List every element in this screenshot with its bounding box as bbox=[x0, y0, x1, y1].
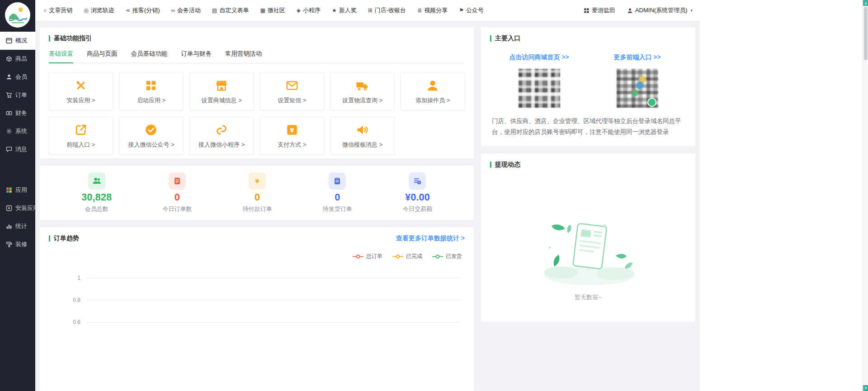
topnav-item-distribution[interactable]: ⋖推客(分销) bbox=[126, 6, 160, 14]
sidebar-item-install-apps[interactable]: 安装应用 bbox=[0, 199, 35, 217]
legend-marker-icon bbox=[353, 254, 363, 259]
stat-label: 今日订单数 bbox=[162, 205, 192, 213]
sidebar-item-apps[interactable]: 应用 bbox=[0, 181, 35, 199]
guide-card-template-message[interactable]: 微信模板消息 > bbox=[330, 117, 395, 155]
legend-completed[interactable]: 已完成 bbox=[392, 253, 422, 260]
guide-card-wechat-mini[interactable]: 接入微信小程序 > bbox=[189, 117, 254, 155]
chart-gridline-row: 1 bbox=[49, 275, 461, 281]
sidebar-item-finance[interactable]: 财务 bbox=[0, 104, 35, 122]
y-tick-label: 1 bbox=[49, 275, 87, 281]
topnav-item-micro-community[interactable]: ▦微社区 bbox=[260, 6, 285, 14]
sidebar-item-members[interactable]: 会员 bbox=[0, 68, 35, 86]
sidebar-item-decorate[interactable]: 装修 bbox=[0, 235, 35, 253]
page-scrollbar[interactable]: ▲ ▼ bbox=[863, 0, 868, 391]
install-download-icon bbox=[6, 205, 12, 211]
topnav-item-mini-program[interactable]: ◈小程序 bbox=[297, 6, 321, 14]
more-entry-link[interactable]: 更多前端入口 >> bbox=[613, 53, 660, 62]
merchant-switcher[interactable]: 爱游盐田 bbox=[584, 6, 615, 14]
today-transaction-icon: ¥ bbox=[409, 172, 426, 190]
withdraw-head: 提现动态 bbox=[490, 161, 686, 169]
legend-label: 已完成 bbox=[406, 253, 422, 260]
apps-grid-icon bbox=[144, 79, 158, 92]
guide-card-logistics[interactable]: 设置物流查询 > bbox=[330, 72, 395, 110]
admin-account-menu[interactable]: ADMIN(系统管理员) ▾ bbox=[627, 6, 693, 14]
topnav-label: 会务活动 bbox=[177, 6, 201, 14]
finance-icon bbox=[6, 110, 12, 116]
stats-card: 30,828 会员总数 0 今日订单数 ¥ 0 待付款订单 bbox=[40, 166, 474, 220]
scroll-down-arrow[interactable]: ▼ bbox=[863, 385, 868, 391]
guide-card-label: 接入微信公众号 > bbox=[128, 141, 174, 149]
guide-card-sms[interactable]: 设置短信 > bbox=[260, 72, 324, 110]
brand-logo[interactable] bbox=[5, 2, 30, 28]
official-account-icon: ⚑ bbox=[459, 8, 464, 13]
legend-shipped[interactable]: 已发货 bbox=[432, 253, 462, 260]
guide-card-label: 设置物流查询 > bbox=[342, 96, 382, 105]
sidebar-item-statistics[interactable]: 统计 bbox=[0, 217, 35, 235]
sidebar-item-orders[interactable]: 订单 bbox=[0, 86, 35, 104]
guide-card-launch-app[interactable]: 启动应用 > bbox=[119, 72, 184, 110]
topnav-item-official-account[interactable]: ⚑公众号 bbox=[459, 6, 484, 14]
tab-member-basics[interactable]: 会员基础功能 bbox=[131, 50, 168, 63]
guide-card-label: 支付方式 > bbox=[278, 141, 306, 149]
miniprogram-icon: ◈ bbox=[297, 8, 301, 13]
guide-card-frontend-entry[interactable]: 前端入口 > bbox=[49, 117, 113, 155]
guide-card-label: 启动应用 > bbox=[137, 96, 165, 105]
qr-logo-badge bbox=[647, 98, 656, 107]
guide-card-mall-info[interactable]: 设置商城信息 > bbox=[189, 72, 254, 110]
sidebar-item-overview[interactable]: 概况 bbox=[0, 32, 35, 50]
mall-home-link[interactable]: 点击访问商城首页 >> bbox=[509, 53, 569, 62]
sms-icon bbox=[285, 79, 299, 92]
tab-basic-settings[interactable]: 基础设置 bbox=[49, 50, 73, 63]
guide-card-label: 安装应用 > bbox=[66, 96, 95, 105]
topnav-item-conference-activity[interactable]: ∞会务活动 bbox=[171, 6, 201, 14]
title-accent-bar bbox=[49, 35, 50, 42]
sidebar-item-messages[interactable]: 消息 bbox=[0, 140, 35, 158]
right-column: 主要入口 点击访问商城首页 >> 更多前端入口 >> bbox=[481, 27, 695, 391]
topnav-item-video-share[interactable]: ≣视频分享 bbox=[417, 6, 448, 14]
title-accent-bar bbox=[49, 235, 50, 242]
legend-total-orders[interactable]: 总订单 bbox=[353, 253, 382, 260]
tab-orders-finance[interactable]: 订单与财务 bbox=[181, 50, 212, 63]
topnav-item-store-cashier[interactable]: ⊞门店-收银台 bbox=[368, 6, 406, 14]
goods-icon bbox=[6, 56, 12, 62]
topbar-right: 爱游盐田 ADMIN(系统管理员) ▾ bbox=[584, 6, 693, 14]
guide-card-label: 添加操作员 > bbox=[415, 96, 450, 105]
mall-home-entry: 点击访问商城首页 >> bbox=[490, 53, 588, 108]
order-trend-chart: 1 0.8 0.6 bbox=[49, 267, 465, 384]
sidebar-item-goods[interactable]: 商品 bbox=[0, 50, 35, 68]
order-trend-more-link[interactable]: 查看更多订单数据统计 > bbox=[396, 234, 465, 243]
stat-today-transaction[interactable]: ¥ ¥0.00 今日交易额 bbox=[403, 172, 432, 213]
sidebar-item-system[interactable]: 系统 bbox=[0, 122, 35, 140]
stat-today-orders[interactable]: 0 今日订单数 bbox=[162, 172, 192, 213]
main-entry-card: 主要入口 点击访问商城首页 >> 更多前端入口 >> bbox=[481, 27, 695, 146]
topnav-item-browse-track[interactable]: ◎浏览轨迹 bbox=[84, 6, 114, 14]
guide-card-payment[interactable]: ¥ 支付方式 > bbox=[260, 117, 324, 155]
bar-chart-icon bbox=[6, 223, 12, 229]
share-icon: ⋖ bbox=[126, 8, 130, 13]
stat-value: ¥0.00 bbox=[405, 192, 430, 203]
scrollbar-thumb[interactable] bbox=[864, 7, 868, 60]
stat-total-members[interactable]: 30,828 会员总数 bbox=[81, 172, 112, 213]
guide-card-install-app[interactable]: 安装应用 > bbox=[49, 72, 113, 110]
admin-name: ADMIN(系统管理员) bbox=[635, 6, 688, 14]
guide-card-wechat-official[interactable]: 接入微信公众号 > bbox=[119, 117, 184, 155]
topnav-item-custom-form[interactable]: ▤自定义表单 bbox=[212, 6, 249, 14]
topnav-item-newcomer-award[interactable]: ★新人奖 bbox=[332, 6, 357, 14]
entry-note-text: 门店、供应商、酒店、企业管理、区域代理等独立后台登录域名同总平台，使用对应的店员… bbox=[490, 116, 686, 137]
stat-pending-payment[interactable]: ¥ 0 待付款订单 bbox=[243, 172, 272, 213]
sidebar-spacer bbox=[0, 158, 35, 181]
topnav-item-article-marketing[interactable]: ○文章营销 bbox=[43, 6, 72, 14]
tab-goods-pages[interactable]: 商品与页面 bbox=[87, 50, 118, 63]
tab-marketing-activities[interactable]: 常用营销活动 bbox=[225, 50, 262, 63]
community-icon: ▦ bbox=[260, 8, 265, 13]
stat-pending-shipment[interactable]: 0 待发货订单 bbox=[323, 172, 352, 213]
scroll-up-arrow[interactable]: ▲ bbox=[863, 0, 868, 6]
guide-card-add-operator[interactable]: 添加操作员 > bbox=[401, 72, 465, 110]
dashboard-content: 基础功能指引 基础设置 商品与页面 会员基础功能 订单与财务 常用营销活动 bbox=[35, 21, 700, 391]
sidebar: 概况 商品 会员 订单 财务 系统 bbox=[0, 0, 35, 391]
topnav-label: 公众号 bbox=[466, 6, 484, 14]
sidebar-nav: 概况 商品 会员 订单 财务 系统 bbox=[0, 32, 35, 253]
main-area: ○文章营销 ◎浏览轨迹 ⋖推客(分销) ∞会务活动 ▤自定义表单 ▦微社区 ◈小… bbox=[35, 0, 868, 391]
activity-link-icon: ∞ bbox=[171, 8, 175, 13]
merchant-grid-icon bbox=[584, 8, 590, 14]
